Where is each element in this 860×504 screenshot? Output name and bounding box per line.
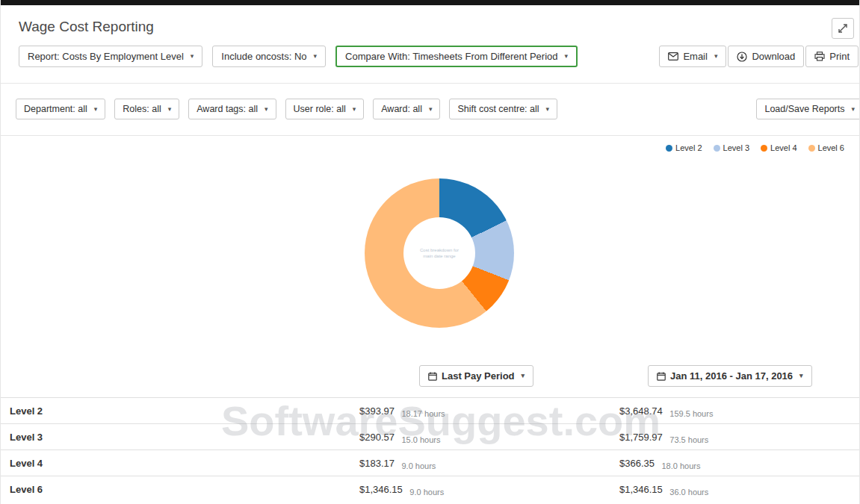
chevron-down-icon: ▾ (94, 106, 98, 113)
cost-value: $1,346.15 (359, 484, 403, 495)
filter-roles-dropdown[interactable]: Roles: all ▾ (114, 99, 179, 119)
top-bar (1, 0, 859, 5)
oncosts-dropdown-label: Include oncosts: No (221, 51, 306, 62)
filter-award-tags-dropdown[interactable]: Award tags: all ▾ (188, 99, 276, 119)
page-title: Wage Cost Reporting (19, 19, 841, 35)
row-label: Level 6 (1, 484, 359, 495)
filter-award-label: Award: all (381, 104, 422, 114)
secondary-period-cell: $3,648.74 159.5 hours (619, 404, 859, 417)
table-row: Level 3 $290.57 15.0 hours $1,759.97 73.… (1, 423, 859, 449)
primary-period-dropdown[interactable]: Last Pay Period ▾ (419, 365, 533, 387)
calendar-icon (428, 372, 437, 381)
secondary-period-cell: $1,346.15 36.0 hours (619, 482, 859, 496)
filter-roles-label: Roles: all (123, 104, 161, 114)
legend-label: Level 4 (770, 143, 796, 152)
cost-value: $366.35 (619, 458, 655, 469)
email-button[interactable]: Email ▾ (659, 46, 726, 67)
legend-item-level-4[interactable]: Level 4 (761, 143, 796, 152)
row-label: Level 4 (1, 458, 359, 469)
chevron-down-icon: ▾ (799, 373, 803, 379)
filter-award-tags-label: Award tags: all (197, 104, 258, 114)
envelope-icon (668, 52, 678, 60)
secondary-period-cell: $366.35 18.0 hours (619, 456, 859, 470)
cost-value: $1,346.15 (619, 484, 663, 495)
chevron-down-icon: ▾ (265, 106, 268, 113)
legend-label: Level 6 (818, 143, 844, 152)
email-button-label: Email (683, 51, 708, 62)
legend-item-level-2[interactable]: Level 2 (666, 143, 702, 152)
compare-with-label: Compare With: Timesheets From Different … (345, 51, 557, 62)
report-dropdown-label: Report: Costs By Employment Level (28, 51, 184, 62)
hours-value: 9.0 hours (409, 488, 444, 497)
cost-value: $3,648.74 (619, 405, 663, 417)
primary-period-cell: $1,346.15 9.0 hours (359, 482, 619, 496)
primary-toolbar: Report: Costs By Employment Level ▾ Incl… (1, 46, 859, 67)
print-button[interactable]: Print (805, 46, 859, 67)
chevron-down-icon: ▾ (353, 106, 356, 113)
chevron-down-icon: ▾ (522, 373, 525, 379)
load-save-reports-label: Load/Save Reports (764, 104, 844, 114)
legend-item-level-6[interactable]: Level 6 (808, 143, 844, 152)
primary-period-cell: $393.97 18.17 hours (359, 404, 619, 417)
filter-department-label: Department: all (24, 104, 87, 114)
filter-award-dropdown[interactable]: Award: all ▾ (373, 99, 440, 119)
secondary-period-dropdown[interactable]: Jan 11, 2016 - Jan 17, 2016 ▾ (648, 365, 812, 387)
expand-button[interactable] (832, 18, 854, 39)
cost-value: $183.17 (359, 458, 395, 469)
legend-dot (666, 145, 672, 152)
hours-value: 18.0 hours (661, 461, 700, 470)
donut-chart[interactable]: Cost breakdown for main date range (365, 178, 514, 328)
printer-icon (814, 52, 825, 61)
table-row: Level 4 $183.17 9.0 hours $366.35 18.0 h… (1, 449, 859, 476)
chevron-down-icon: ▾ (429, 106, 433, 113)
legend-dot (761, 145, 767, 152)
period-selector-row: Last Pay Period ▾ Jan 11, 2016 - Jan 17,… (1, 363, 859, 397)
primary-period-cell: $183.17 9.0 hours (359, 456, 619, 470)
row-label: Level 3 (1, 432, 359, 443)
filter-toolbar: Department: all ▾ Roles: all ▾ Award tag… (1, 99, 859, 119)
filter-user-role-dropdown[interactable]: User role: all ▾ (285, 99, 365, 119)
wage-cost-reporting-page: Wage Cost Reporting Report: Costs By Emp… (0, 0, 860, 504)
chevron-down-icon: ▾ (191, 53, 194, 60)
legend-label: Level 3 (723, 143, 749, 152)
chart-area: Level 2 Level 3 Level 4 Level 6 Cost bre… (1, 136, 859, 363)
chart-legend: Level 2 Level 3 Level 4 Level 6 (666, 143, 844, 152)
download-icon (737, 52, 747, 62)
secondary-period-label: Jan 11, 2016 - Jan 17, 2016 (670, 370, 793, 382)
donut-center-text: Cost breakdown for main date range (415, 247, 464, 260)
chevron-down-icon: ▾ (168, 106, 172, 113)
primary-period-label: Last Pay Period (442, 370, 515, 382)
filter-department-dropdown[interactable]: Department: all ▾ (16, 99, 105, 119)
compare-with-dropdown[interactable]: Compare With: Timesheets From Different … (335, 46, 578, 67)
print-button-label: Print (829, 51, 850, 62)
calendar-icon (657, 372, 666, 381)
donut-hole: Cost breakdown for main date range (403, 217, 475, 289)
secondary-period-cell: $1,759.97 73.5 hours (619, 430, 859, 444)
report-dropdown[interactable]: Report: Costs By Employment Level ▾ (19, 46, 202, 67)
chevron-down-icon: ▾ (314, 53, 318, 60)
legend-dot (808, 145, 815, 152)
divider (1, 83, 859, 84)
cost-value: $290.57 (359, 432, 395, 443)
hours-value: 15.0 hours (401, 435, 440, 444)
cost-value: $1,759.97 (619, 432, 663, 443)
legend-label: Level 2 (675, 143, 702, 152)
oncosts-dropdown[interactable]: Include oncosts: No ▾ (212, 46, 326, 67)
chevron-down-icon: ▾ (714, 53, 718, 60)
primary-period-cell: $290.57 15.0 hours (359, 430, 619, 444)
hours-value: 9.0 hours (401, 461, 436, 470)
legend-item-level-3[interactable]: Level 3 (714, 143, 749, 152)
filter-shift-cost-centre-dropdown[interactable]: Shift cost centre: all ▾ (449, 99, 557, 119)
hours-value: 73.5 hours (669, 435, 708, 444)
legend-dot (714, 145, 720, 152)
load-save-reports-dropdown[interactable]: Load/Save Reports ▾ (756, 99, 860, 119)
hours-value: 36.0 hours (669, 488, 708, 497)
expand-icon (838, 23, 848, 34)
download-button-label: Download (752, 51, 795, 62)
page-header: Wage Cost Reporting (1, 5, 859, 35)
table-row: Level 2 $393.97 18.17 hours $3,648.74 15… (1, 397, 859, 423)
toolbar-actions: Email ▾ Download (659, 46, 859, 67)
cost-table: Level 2 $393.97 18.17 hours $3,648.74 15… (1, 397, 859, 502)
hours-value: 159.5 hours (669, 409, 713, 418)
download-button[interactable]: Download (728, 46, 804, 67)
